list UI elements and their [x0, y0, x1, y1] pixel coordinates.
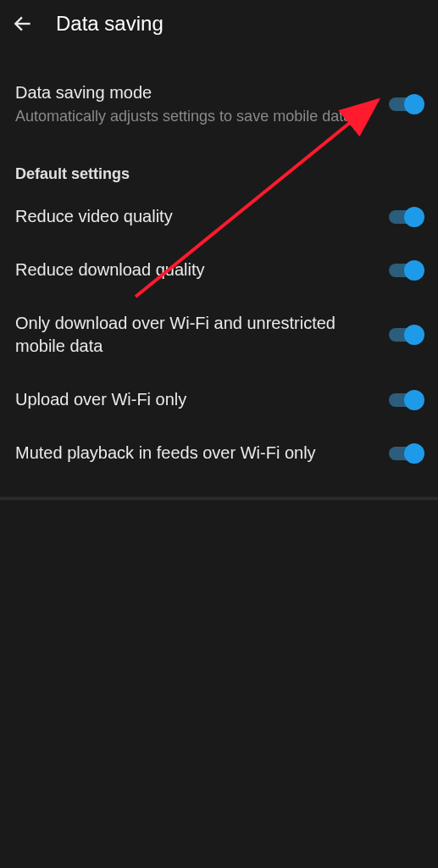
setting-label: Upload over Wi-Fi only: [15, 388, 375, 411]
reduce-download-quality-toggle[interactable]: [389, 264, 423, 277]
only-download-wifi-row[interactable]: Only download over Wi-Fi and unrestricte…: [15, 297, 423, 373]
upload-over-wifi-row[interactable]: Upload over Wi-Fi only: [15, 373, 423, 426]
setting-label: Only download over Wi-Fi and unrestricte…: [15, 312, 375, 358]
only-download-wifi-toggle[interactable]: [389, 328, 423, 342]
setting-label: Reduce download quality: [15, 259, 375, 281]
divider: [0, 497, 438, 500]
reduce-download-quality-row[interactable]: Reduce download quality: [15, 243, 423, 297]
back-arrow-icon[interactable]: [12, 13, 34, 35]
app-header: Data saving: [0, 0, 438, 47]
reduce-video-quality-row[interactable]: Reduce video quality: [15, 190, 423, 243]
page-title: Data saving: [56, 12, 164, 36]
data-saving-mode-toggle[interactable]: [389, 97, 423, 111]
data-saving-mode-title: Data saving mode: [15, 81, 375, 104]
muted-playback-wifi-row[interactable]: Muted playback in feeds over Wi-Fi only: [15, 426, 423, 480]
data-saving-mode-row[interactable]: Data saving mode Automatically adjusts s…: [15, 47, 423, 136]
setting-label: Muted playback in feeds over Wi-Fi only: [15, 442, 375, 465]
data-saving-mode-subtitle: Automatically adjusts settings to save m…: [15, 106, 375, 126]
setting-label: Reduce video quality: [15, 205, 375, 228]
upload-over-wifi-toggle[interactable]: [389, 393, 423, 407]
default-settings-header: Default settings: [15, 136, 423, 190]
reduce-video-quality-toggle[interactable]: [389, 210, 423, 224]
muted-playback-wifi-toggle[interactable]: [389, 447, 423, 460]
